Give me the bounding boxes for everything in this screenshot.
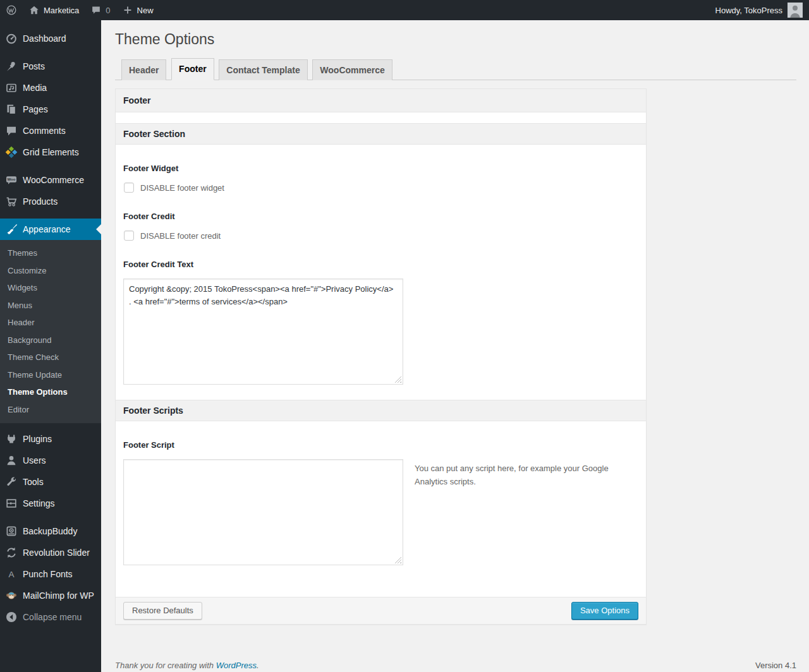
paintbrush-icon bbox=[5, 223, 18, 236]
sidebar-item-media[interactable]: Media bbox=[0, 77, 101, 99]
panel-header: Footer bbox=[116, 89, 646, 112]
submenu-item-customize[interactable]: Customize bbox=[0, 262, 101, 280]
sliders-icon bbox=[5, 497, 18, 510]
footer-credit-text-label: Footer Credit Text bbox=[123, 260, 638, 269]
disable-footer-widget-checkbox[interactable] bbox=[124, 183, 134, 193]
sidebar-item-backupbuddy[interactable]: BackupBuddy bbox=[0, 520, 101, 542]
footer-section-fields: Footer Widget DISABLE footer widget Foot… bbox=[116, 164, 646, 385]
sidebar-item-label: Comments bbox=[23, 126, 66, 136]
footer-credit-text-textarea[interactable]: Copyright &copy; 2015 TokoPress<span><a … bbox=[123, 279, 403, 385]
sidebar-item-label: Grid Elements bbox=[23, 147, 79, 157]
wordpress-logo-icon bbox=[6, 4, 17, 16]
thanks-suffix: . bbox=[257, 661, 259, 670]
tab-contact-template[interactable]: Contact Template bbox=[219, 59, 307, 80]
theme-options-panel: Footer Footer Section Footer Widget DISA… bbox=[115, 88, 647, 625]
submenu-item-editor[interactable]: Editor bbox=[0, 401, 101, 419]
sidebar-item-label: Revolution Slider bbox=[23, 548, 90, 558]
sidebar-item-products[interactable]: Products bbox=[0, 191, 101, 212]
comment-count: 0 bbox=[106, 6, 110, 15]
sidebar-item-label: Dashboard bbox=[23, 33, 66, 44]
page-title: Theme Options bbox=[115, 30, 796, 49]
sidebar-item-grid-elements[interactable]: Grid Elements bbox=[0, 141, 101, 163]
submenu-item-theme-check[interactable]: Theme Check bbox=[0, 349, 101, 366]
submenu-item-header[interactable]: Header bbox=[0, 314, 101, 332]
submenu-item-theme-update[interactable]: Theme Update bbox=[0, 366, 101, 384]
account-menu[interactable]: Howdy, TokoPress bbox=[715, 0, 809, 20]
new-menu[interactable]: New bbox=[116, 0, 159, 20]
sidebar-item-label: Pages bbox=[23, 104, 48, 114]
submenu-item-theme-options[interactable]: Theme Options bbox=[0, 383, 101, 401]
submenu-item-widgets[interactable]: Widgets bbox=[0, 279, 101, 297]
footer-thanks: Thank you for creating with WordPress. bbox=[115, 661, 259, 670]
sidebar-item-plugins[interactable]: Plugins bbox=[0, 428, 101, 450]
sidebar-item-punch-fonts[interactable]: A Punch Fonts bbox=[0, 563, 101, 585]
submenu-item-menus[interactable]: Menus bbox=[0, 297, 101, 315]
plus-icon bbox=[122, 4, 133, 16]
footer-widget-row: DISABLE footer widget bbox=[123, 183, 638, 193]
section-header-footer-section: Footer Section bbox=[116, 123, 646, 145]
panel-action-bar: Restore Defaults Save Options bbox=[116, 597, 646, 624]
person-icon bbox=[5, 454, 18, 467]
disable-footer-widget-label[interactable]: DISABLE footer widget bbox=[140, 183, 224, 193]
tab-header[interactable]: Header bbox=[121, 59, 166, 80]
sidebar-item-label: Appearance bbox=[23, 224, 71, 234]
pushpin-icon bbox=[5, 60, 18, 73]
sidebar-item-pages[interactable]: Pages bbox=[0, 99, 101, 120]
sidebar-item-tools[interactable]: Tools bbox=[0, 471, 101, 493]
sidebar-item-label: Users bbox=[23, 455, 46, 465]
menu-separator bbox=[0, 49, 101, 56]
sidebar-item-settings[interactable]: Settings bbox=[0, 493, 101, 514]
tab-footer[interactable]: Footer bbox=[171, 58, 214, 80]
menu-separator bbox=[0, 20, 101, 28]
sidebar-item-revolution-slider[interactable]: Revolution Slider bbox=[0, 542, 101, 563]
tab-woocommerce[interactable]: WooCommerce bbox=[312, 59, 392, 80]
submenu-item-themes[interactable]: Themes bbox=[0, 244, 101, 262]
comment-bubble-icon bbox=[5, 124, 18, 137]
sidebar-item-comments[interactable]: Comments bbox=[0, 120, 101, 141]
disable-footer-credit-checkbox[interactable] bbox=[124, 231, 134, 241]
footer-scripts-fields: Footer Script You can put any script her… bbox=[116, 440, 646, 597]
dashboard-icon bbox=[5, 32, 18, 45]
footer-script-textarea[interactable] bbox=[123, 459, 403, 565]
restore-defaults-button[interactable]: Restore Defaults bbox=[123, 602, 202, 620]
admin-footer: Thank you for creating with WordPress. V… bbox=[115, 661, 796, 672]
media-icon bbox=[5, 81, 18, 94]
sidebar-item-appearance[interactable]: Appearance bbox=[0, 219, 101, 240]
wrench-icon bbox=[5, 476, 18, 488]
site-name: Marketica bbox=[44, 6, 79, 15]
woocommerce-badge-icon: Woo bbox=[5, 174, 18, 186]
sidebar-item-woocommerce[interactable]: Woo WooCommerce bbox=[0, 169, 101, 191]
sidebar-item-label: WooCommerce bbox=[23, 175, 84, 185]
letter-a-icon: A bbox=[5, 568, 18, 580]
sidebar-item-dashboard[interactable]: Dashboard bbox=[0, 28, 101, 49]
sidebar-item-label: Punch Fonts bbox=[23, 569, 73, 579]
save-options-button[interactable]: Save Options bbox=[571, 602, 638, 620]
submenu-item-background[interactable]: Background bbox=[0, 332, 101, 349]
main-content: Theme Options Header Footer Contact Temp… bbox=[101, 0, 809, 672]
disable-footer-credit-label[interactable]: DISABLE footer credit bbox=[140, 231, 221, 241]
footer-script-label: Footer Script bbox=[123, 440, 638, 450]
footer-credit-row: DISABLE footer credit bbox=[123, 231, 638, 241]
comments-menu[interactable]: 0 bbox=[85, 0, 116, 20]
wp-logo-menu[interactable] bbox=[0, 0, 23, 20]
pages-icon bbox=[5, 103, 18, 116]
home-icon bbox=[28, 4, 40, 16]
sidebar-item-collapse-menu[interactable]: Collapse menu bbox=[0, 606, 101, 628]
tab-bar: Header Footer Contact Template WooCommer… bbox=[115, 58, 796, 80]
footer-credit-text-wrap: Copyright &copy; 2015 TokoPress<span><a … bbox=[123, 279, 403, 385]
sidebar-item-label: MailChimp for WP bbox=[23, 591, 94, 601]
cart-icon bbox=[5, 195, 18, 208]
sidebar-item-users[interactable]: Users bbox=[0, 450, 101, 471]
sidebar-item-mailchimp[interactable]: MailChimp for WP bbox=[0, 585, 101, 606]
section-header-footer-scripts: Footer Scripts bbox=[116, 400, 646, 421]
comment-bubble-icon bbox=[90, 4, 102, 16]
backup-icon bbox=[5, 525, 18, 537]
wordpress-link[interactable]: WordPress bbox=[216, 661, 257, 670]
sidebar-item-label: Settings bbox=[23, 498, 55, 508]
version-text: Version 4.1 bbox=[755, 661, 796, 670]
menu-separator bbox=[0, 212, 101, 219]
sidebar-item-label: Posts bbox=[23, 61, 45, 71]
svg-text:Woo: Woo bbox=[8, 177, 16, 181]
sidebar-item-posts[interactable]: Posts bbox=[0, 56, 101, 77]
site-menu[interactable]: Marketica bbox=[23, 0, 85, 20]
